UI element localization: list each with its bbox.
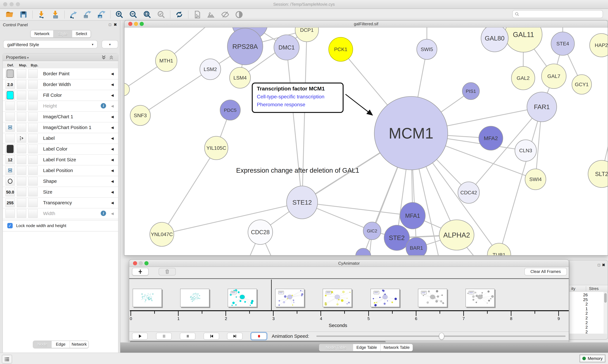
zoom-selected-icon[interactable] [156,10,166,19]
def-cell[interactable]: 2.0 [5,80,15,89]
byp-cell[interactable] [28,177,38,186]
map-cell[interactable] [17,69,26,78]
node-ste12[interactable]: STE12 [287,186,318,219]
def-cell[interactable] [5,112,15,121]
node-ste4[interactable]: STE4 [551,32,574,55]
node-bar1[interactable]: BAR1 [406,237,427,255]
table-column-ity[interactable]: ity [571,285,575,292]
info-icon[interactable]: i [101,103,106,108]
byp-cell[interactable] [28,155,38,164]
import-network-icon[interactable] [37,10,46,19]
slider-thumb[interactable] [439,333,444,340]
byp-cell[interactable] [28,80,38,89]
stop-button[interactable] [180,333,195,340]
frame-thumbnail-2[interactable] [228,289,257,307]
position-icon[interactable] [5,123,15,132]
delete-frame-button[interactable] [159,268,176,275]
edge-dcp1-ste12[interactable] [302,30,307,202]
node-gal7[interactable]: GAL7 [541,64,566,89]
add-frame-button[interactable] [132,268,149,275]
edge-dmc1-ste12[interactable] [287,47,302,202]
node-cln3[interactable]: CLN3 [515,140,537,161]
node-snf3[interactable]: SNF3 [130,105,151,126]
lock-checkbox[interactable]: ✓ [7,223,13,228]
map-cell[interactable] [17,123,26,132]
frame-thumbnail-1[interactable] [180,289,209,307]
expand-row-icon[interactable]: ◀ [111,68,114,79]
zoom-out-icon[interactable] [129,10,138,19]
tab-style[interactable]: Style [54,30,72,37]
node-mfa1[interactable]: MFA1 [400,202,425,229]
table-cell[interactable]: 25 [583,297,588,302]
table-scrollbar[interactable] [604,292,607,334]
table-column-stres[interactable]: Stres [589,285,599,292]
byp-cell[interactable] [28,69,38,78]
table-cell[interactable]: 26 [583,293,588,297]
footer-tab-network[interactable]: Network [70,341,88,348]
zoom-fit-icon[interactable] [142,10,152,19]
float-panel-icon[interactable]: □ [598,263,600,267]
node-dcp1[interactable]: DCP1 [295,27,318,42]
table-tab-network-table[interactable]: Network Table [381,344,413,351]
node-mth1[interactable]: MTH1 [155,50,177,71]
save-session-icon[interactable] [19,10,28,19]
node-alpha2[interactable]: ALPHA2 [439,220,474,250]
expand-row-icon[interactable]: ◀ [111,187,114,197]
panel-toggle-button[interactable] [2,355,12,363]
node-ste2[interactable]: STE2 [384,225,409,250]
node-gal2[interactable]: GAL2 [511,66,535,90]
node-dmc1[interactable]: DMC1 [274,35,299,60]
footer-tab-edge[interactable]: Edge [52,341,70,348]
memory-button[interactable]: Memory [580,354,606,363]
property-row-width[interactable]: Widthi◀ [3,208,118,219]
maximize-window-icon[interactable] [16,2,20,6]
byp-cell[interactable] [28,123,38,132]
property-row-border-width[interactable]: 2.0Border Width◀ [3,79,118,90]
footer-tab-node[interactable]: Node [33,341,52,348]
info-icon[interactable]: i [101,211,106,216]
property-row-size[interactable]: 50.0Size◀ [3,187,118,198]
node-slt2[interactable]: SLT2 [588,160,608,188]
map-cell[interactable] [17,102,26,110]
node-pdc5[interactable]: PDC5 [220,100,240,120]
map-cell[interactable] [17,80,26,89]
node-yil105c[interactable]: YIL105C [205,136,228,160]
style-selector-dropdown[interactable]: galFiltered Style ▾ [3,40,97,48]
expand-all-icon[interactable] [101,54,107,60]
node-lsm2[interactable]: LSM2 [200,59,221,80]
table-cell[interactable]: 2 [585,320,588,325]
map-cell[interactable] [17,209,26,218]
expand-row-icon[interactable]: ◀ [111,101,114,111]
expand-row-icon[interactable]: ◀ [111,90,114,101]
table-cell[interactable]: 2 [585,311,588,316]
open-session-icon[interactable] [5,10,14,19]
passthrough-icon[interactable] [17,134,26,143]
skip-start-button[interactable] [204,333,219,340]
frame-thumbnail-4[interactable] [323,289,352,307]
node-gal11[interactable]: GAL11 [505,27,542,52]
map-cell[interactable] [17,155,26,164]
frame-thumbnail-7[interactable] [465,289,495,307]
node-pnode1[interactable] [356,248,371,255]
property-row-label[interactable]: Label◀ [3,133,118,144]
property-row-label-color[interactable]: Label Color◀ [3,143,118,155]
table-tab-edge-table[interactable]: Edge Table [353,344,381,351]
annotation-link-2[interactable]: Pheromone response [257,102,305,107]
property-row-image-chart-position-1[interactable]: Image/Chart Position 1◀ [3,122,118,133]
def-cell[interactable]: 50.0 [5,188,15,196]
def-cell[interactable] [5,144,15,153]
minimize-window-icon[interactable] [10,2,14,6]
close-panel-icon[interactable]: ✖ [114,23,117,27]
node-gcy1[interactable]: GCY1 [572,75,592,94]
node-rps28a[interactable]: RPS28A [227,28,263,65]
minimize-window-icon[interactable] [139,261,143,265]
network-snapshot-icon[interactable] [193,10,202,19]
collapse-all-icon[interactable] [108,54,114,60]
def-cell[interactable] [5,91,15,100]
property-row-height[interactable]: Heighti◀ [3,101,118,112]
property-row-label-font-size[interactable]: 12Label Font Size◀ [3,154,118,165]
search-input[interactable] [512,10,603,18]
map-cell[interactable] [17,144,26,153]
byp-cell[interactable] [28,112,38,121]
expand-row-icon[interactable]: ◀ [111,133,114,143]
